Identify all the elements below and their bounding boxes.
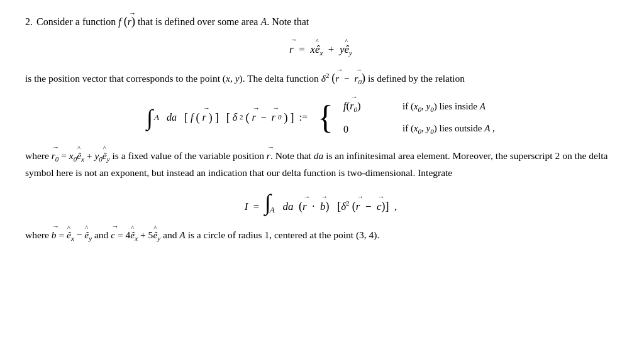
piecewise-equation: ∫A da [f(r→)] [δ2 (r→ − r→0)] := { f(r→0… [25, 97, 616, 137]
problem-number: 2. [25, 14, 33, 30]
piecewise-brace: { [318, 101, 333, 134]
case1-condition: if (x0, y0) lies inside A [402, 99, 486, 116]
case-row-2: 0 if (x0, y0) lies outside A , [343, 121, 495, 138]
problem-header: 2. Consider a function f (r→) that is de… [25, 13, 616, 31]
integral-lhs: ∫A da [f(r→)] [δ2 (r→ − r→0)] := [147, 106, 308, 129]
problem-intro-text: Consider a function f (r→) that is defin… [36, 13, 309, 31]
paragraph-where-r0: where r→0 = x0ê^x + y0ê^y is a fixed val… [25, 148, 616, 181]
case2-condition: if (x0, y0) lies outside A , [402, 121, 495, 138]
case2-value: 0 [343, 121, 394, 138]
paragraph-final: where b→ = ê^x − ê^y and c→ = 4ê^x + 5ê^… [25, 227, 616, 245]
position-vector-equation: r→ = xê^x + yê^y [25, 41, 616, 59]
piecewise-cases: f(r→0) if (x0, y0) lies inside A 0 if (x… [343, 97, 495, 137]
problem-container: 2. Consider a function f (r→) that is de… [25, 13, 616, 245]
integral-symbol: ∫ [147, 106, 153, 129]
case1-value: f(r→0) [343, 97, 394, 116]
paragraph-position-vector: is the position vector that corresponds … [25, 69, 616, 88]
integral-equation-I: I = ∫A da (r→ · b→) [δ2 (r→ − c→)] , [25, 191, 616, 217]
case-row-1: f(r→0) if (x0, y0) lies inside A [343, 97, 495, 116]
